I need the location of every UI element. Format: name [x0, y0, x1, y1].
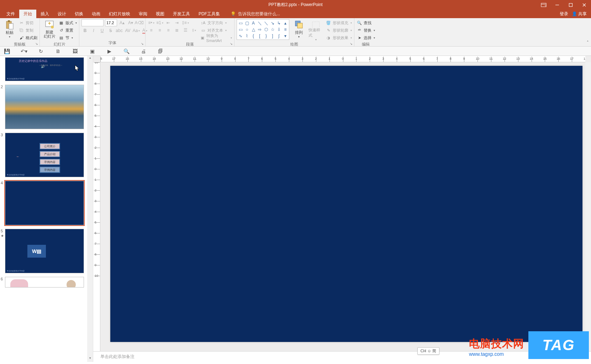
- convert-smartart-button[interactable]: ▣转换为 SmartArt: [200, 34, 232, 41]
- paste-button[interactable]: 粘贴 ▾: [2, 19, 17, 41]
- tab-file[interactable]: 文件: [2, 10, 19, 18]
- align-right-button[interactable]: ≡: [165, 27, 172, 34]
- tell-me-search[interactable]: 💡告诉我您想要做什么...: [231, 11, 280, 17]
- qat-present-button[interactable]: ▣: [88, 47, 97, 55]
- distribute-button[interactable]: ☰: [182, 27, 189, 34]
- shape-elbow[interactable]: ↳: [276, 20, 282, 26]
- underline-button[interactable]: U: [99, 27, 106, 34]
- shape-rounded[interactable]: ▢: [244, 20, 250, 26]
- shape-scroll[interactable]: ≡: [282, 26, 289, 33]
- slide-canvas-area[interactable]: [100, 62, 591, 351]
- notes-placeholder[interactable]: 单击此处添加备注: [100, 354, 134, 360]
- horizontal-ruler[interactable]: 1817161514131211109876543210123456789101…: [100, 56, 585, 62]
- tab-view[interactable]: 视图: [152, 10, 169, 18]
- paragraph-dialog-launcher[interactable]: ↘: [230, 42, 233, 46]
- tab-design[interactable]: 设计: [53, 10, 70, 18]
- scroll-up-button[interactable]: ▴: [87, 56, 93, 62]
- tab-slideshow[interactable]: 幻灯片放映: [105, 10, 134, 18]
- qat-slideshow-button[interactable]: ▶: [105, 47, 114, 55]
- justify-button[interactable]: ≣: [173, 27, 180, 34]
- shape-more-dn[interactable]: ▾: [282, 33, 289, 39]
- italic-button[interactable]: I: [90, 27, 97, 34]
- slide-thumbnail-1[interactable]: 历史记录中的音乐作品 —作品名称、创作者等信息— 🔊 单击此处添加文字内容: [5, 57, 90, 81]
- qat-zoom-button[interactable]: 🔍: [122, 47, 131, 55]
- qat-new-slide-button[interactable]: 🗎: [53, 47, 63, 55]
- thumbnail-scrollbar[interactable]: ▴ ▾: [87, 56, 93, 362]
- ribbon-options-button[interactable]: [537, 0, 550, 10]
- reset-button[interactable]: ↺重置: [58, 27, 77, 34]
- slide-thumbnail-pane[interactable]: 历史记录中的音乐作品 —作品名称、创作者等信息— 🔊 单击此处添加文字内容 2 …: [0, 56, 93, 362]
- slide-thumbnail-4[interactable]: 4: [5, 181, 90, 225]
- shape-arrowd[interactable]: ⇩: [276, 26, 282, 33]
- maximize-button[interactable]: [564, 0, 577, 10]
- shape-line2[interactable]: ＼: [263, 20, 269, 26]
- minimize-button[interactable]: [550, 0, 564, 10]
- select-button[interactable]: ➤选择: [357, 34, 375, 41]
- qat-undo-button[interactable]: ↶▾: [19, 47, 28, 55]
- text-direction-button[interactable]: ↕A文字方向: [200, 19, 232, 26]
- tab-transitions[interactable]: 切换: [70, 10, 88, 18]
- qat-redo-button[interactable]: ↻: [36, 47, 46, 55]
- shape-scribble[interactable]: ∫: [276, 33, 282, 39]
- increase-indent-button[interactable]: ⇥: [173, 19, 180, 26]
- slide-thumbnail-5[interactable]: 5 ★ W▤ 单击此处添加文字内容: [5, 229, 90, 273]
- shadow-button[interactable]: abc: [116, 27, 123, 34]
- shape-freeform[interactable]: ⌇: [244, 33, 250, 39]
- copy-button[interactable]: ⿻复制: [19, 27, 37, 34]
- login-button[interactable]: 登录: [560, 11, 568, 17]
- shape-line[interactable]: ＼: [257, 20, 263, 26]
- bullets-button[interactable]: ≡•: [148, 19, 155, 26]
- font-size-input[interactable]: [105, 19, 117, 26]
- increase-font-button[interactable]: A▴: [118, 19, 126, 26]
- shape-curve[interactable]: ∿: [237, 33, 244, 39]
- change-case-button[interactable]: Aa: [133, 27, 140, 34]
- shape-effects-button[interactable]: ◑形状效果: [326, 34, 352, 41]
- align-center-button[interactable]: ≡: [156, 27, 163, 34]
- shape-brace2[interactable]: }: [263, 33, 269, 39]
- align-left-button[interactable]: ≡: [148, 27, 155, 34]
- close-button[interactable]: [577, 0, 591, 10]
- shape-arrow[interactable]: ↘: [269, 20, 276, 26]
- shape-rect2[interactable]: ▭: [237, 26, 244, 33]
- shape-star[interactable]: ☆: [269, 26, 276, 33]
- share-button[interactable]: 👤 共享: [572, 11, 587, 17]
- qat-print-button[interactable]: 🖨: [139, 47, 148, 55]
- replace-button[interactable]: ᵃᵇ替换: [357, 27, 375, 34]
- shape-rect[interactable]: ▭: [237, 20, 244, 26]
- char-spacing-button[interactable]: AV: [124, 27, 131, 34]
- shape-arrowr[interactable]: ⇨: [257, 26, 263, 33]
- clear-format-button[interactable]: A⌫: [136, 19, 143, 26]
- canvas-vertical-scrollbar[interactable]: [585, 62, 591, 351]
- numbering-button[interactable]: ≡1: [156, 19, 163, 26]
- find-button[interactable]: 🔍查找: [357, 19, 375, 26]
- arrange-button[interactable]: 排列▾: [291, 19, 306, 41]
- font-name-input[interactable]: [81, 19, 104, 26]
- qat-save-button[interactable]: 💾: [2, 47, 11, 55]
- layout-button[interactable]: ▦版式: [58, 19, 77, 26]
- new-slide-button[interactable]: 新建 幻灯片: [42, 19, 57, 41]
- bold-button[interactable]: B: [81, 27, 89, 34]
- drawing-dialog-launcher[interactable]: ↘: [350, 42, 353, 46]
- quick-styles-button[interactable]: 快速样式▾: [308, 19, 323, 41]
- slide-thumbnail-2[interactable]: 2: [5, 85, 90, 129]
- strike-button[interactable]: S̶: [107, 27, 114, 34]
- shape-brace[interactable]: {: [250, 33, 257, 39]
- font-dialog-launcher[interactable]: ↘: [141, 42, 144, 46]
- cut-button[interactable]: ✂剪切: [19, 19, 37, 26]
- shape-tri[interactable]: △: [250, 26, 257, 33]
- section-button[interactable]: ▤节: [58, 34, 77, 41]
- collapse-ribbon-button[interactable]: ˄: [587, 40, 589, 45]
- shape-bracket[interactable]: [: [257, 33, 263, 39]
- scroll-down-button[interactable]: ▾: [87, 356, 93, 362]
- columns-button[interactable]: ⫴: [190, 27, 197, 34]
- slide-thumbnail-6[interactable]: 6: [5, 277, 90, 287]
- shape-outline-button[interactable]: ✎形状轮廓: [326, 27, 352, 34]
- vertical-ruler[interactable]: 10987654321012345678910: [93, 62, 100, 351]
- tab-animations[interactable]: 动画: [88, 10, 105, 18]
- slide-thumbnail-3[interactable]: 3 ← 公司简介 产品介绍 举例内容 举例内容 单击此处添加文字内容: [5, 133, 90, 177]
- shapes-gallery[interactable]: ▭▢A＼＼↘↳▴ ▭○△⇨⬡☆⇩≡ ∿⌇{[}]∫▾: [237, 19, 289, 40]
- tab-home[interactable]: 开始: [19, 10, 36, 18]
- tab-insert[interactable]: 插入: [36, 10, 53, 18]
- clipboard-dialog-launcher[interactable]: ↘: [35, 42, 39, 46]
- shape-text[interactable]: A: [250, 20, 257, 26]
